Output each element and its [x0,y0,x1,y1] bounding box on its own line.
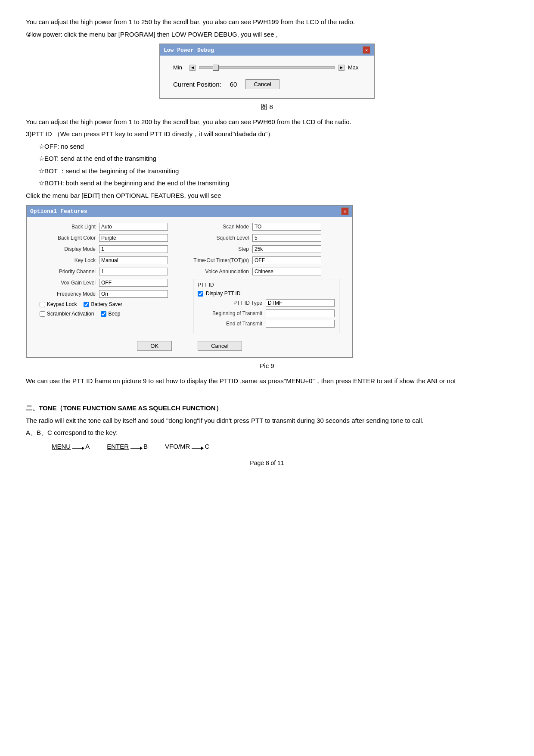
low-power-dialog-container: Low Power Debug ✕ Min ◄ ► Max Current Po… [26,44,508,99]
pic9-label: Pic 9 [26,361,508,371]
ptt-id-type-label: PTT ID Type [198,300,262,306]
ptt-id-section: PTT ID Display PTT ID PTT ID Type Beginn… [193,279,339,333]
opt-ok-button[interactable]: OK [137,341,172,351]
a-label: A [85,443,90,450]
slider-left-arrow[interactable]: ◄ [189,65,196,71]
frequency-mode-label: Frequency Mode [40,291,96,297]
paragraph-6: We can use the PTT ID frame on picture 9… [26,376,508,386]
checkbox-row-2: Scrambler Activation Beep [40,311,184,317]
beginning-transmit-input[interactable] [266,309,335,317]
ptt-item-both: ☆BOTH: both send at the beginning and th… [39,178,508,188]
low-power-cancel-button[interactable]: Cancel [245,79,279,89]
slider-track[interactable] [199,66,335,69]
low-power-title: Low Power Debug [164,47,214,53]
scan-mode-input[interactable] [252,223,321,231]
optional-features-dialog: Optional Features ✕ Back Light Back Ligh… [26,205,353,358]
beep-checkbox-item: Beep [101,311,120,317]
vox-gain-row: Vox Gain Level [40,279,184,287]
b-label: B [143,443,148,450]
optional-features-dialog-container: Optional Features ✕ Back Light Back Ligh… [26,205,508,358]
paragraph-3: You can adjust the high power from 1 to … [26,117,508,127]
slider-row: Min ◄ ► Max [173,64,361,71]
squelch-level-row: Squelch Level [193,234,339,242]
display-mode-label: Display Mode [40,246,96,252]
min-label: Min [173,64,186,71]
back-light-color-label: Back Light Color [40,235,96,241]
opt-left-column: Back Light Back Light Color Display Mode… [35,223,189,337]
opt-dialog-close-button[interactable]: ✕ [341,207,349,215]
priority-channel-row: Priority Channel [40,268,184,275]
battery-saver-checkbox[interactable] [84,302,89,307]
opt-dialog-body: Back Light Back Light Color Display Mode… [27,217,352,357]
timeout-timer-input[interactable] [252,256,321,264]
menu-label: MENU [52,443,71,450]
squelch-level-input[interactable] [252,234,321,242]
low-power-title-bar: Low Power Debug ✕ [160,44,374,56]
display-pttid-row: Display PTT ID [198,291,335,297]
step-row: Step [193,245,339,253]
display-mode-input[interactable] [99,245,168,253]
battery-saver-label: Battery Saver [91,301,122,307]
scrambler-activation-label: Scrambler Activation [47,311,94,317]
paragraph-5: Click the menu bar [EDIT] then OPTIONAL … [26,191,508,201]
squelch-level-label: Squelch Level [193,235,249,241]
arrow-3-icon [191,441,204,450]
back-light-label: Back Light [40,224,96,230]
max-label: Max [348,64,361,71]
back-light-color-input[interactable] [99,234,168,242]
key-lock-row: Key Lock [40,256,184,264]
slider-right-arrow[interactable]: ► [338,65,345,71]
svg-marker-1 [82,447,84,450]
svg-marker-5 [201,447,204,450]
opt-dialog-title-bar: Optional Features ✕ [27,206,352,217]
battery-saver-checkbox-item: Battery Saver [84,301,122,307]
low-power-close-button[interactable]: ✕ [363,46,370,54]
beginning-transmit-label: Beginning of Transmit [198,310,262,316]
opt-cancel-button[interactable]: Cancel [198,341,242,351]
display-pttid-checkbox[interactable] [198,291,203,297]
slider-thumb[interactable] [213,65,219,71]
paragraph-7: The radio will exit the tone call by its… [26,416,508,426]
ptt-item-eot: ☆EOT: send at the end of the transmiting [39,154,508,164]
frequency-mode-row: Frequency Mode [40,290,184,298]
beginning-transmit-row: Beginning of Transmit [198,309,335,317]
display-pttid-label: Display PTT ID [206,291,240,297]
back-light-input[interactable] [99,223,168,231]
vfomr-label: VFO/MR [165,443,190,450]
scrambler-activation-checkbox-item: Scrambler Activation [40,311,94,317]
beep-checkbox[interactable] [101,311,106,317]
scan-mode-label: Scan Mode [193,224,249,230]
vox-gain-input[interactable] [99,279,168,287]
ptt-id-type-input[interactable] [266,299,335,307]
fig-label: 图 8 [26,102,508,112]
menu-row: MENU A ENTER B VFO/MR C [52,441,508,450]
end-transmit-label: End of Transmit [198,321,262,327]
key-lock-input[interactable] [99,256,168,264]
current-position-row: Current Position: 60 Cancel [173,79,361,89]
opt-grid: Back Light Back Light Color Display Mode… [35,223,344,337]
end-transmit-input[interactable] [266,320,335,328]
c-label: C [205,443,209,450]
end-transmit-row: End of Transmit [198,320,335,328]
voice-annunciation-input[interactable] [252,268,321,275]
keypad-lock-checkbox[interactable] [40,302,45,307]
vox-gain-label: Vox Gain Level [40,280,96,286]
timeout-timer-row: Time-Out Timer(TOT)(s) [193,256,339,264]
step-input[interactable] [252,245,321,253]
checkbox-row-1: Keypad Lock Battery Saver [40,301,184,307]
scan-mode-row: Scan Mode [193,223,339,231]
ptt-items-list: ☆OFF: no send ☆EOT: send at the end of t… [39,142,508,188]
paragraph-2: ②low power: click the menu bar [PROGRAM]… [26,30,508,40]
ok-cancel-row: OK Cancel [35,341,344,351]
page-number: Page 8 of 11 [26,459,508,468]
back-light-color-row: Back Light Color [40,234,184,242]
step-label: Step [193,246,249,252]
arrow-2-icon [130,441,143,450]
paragraph-4: 3)PTT ID （We can press PTT key to send P… [26,129,508,139]
voice-annunciation-row: Voice Annunciation [193,268,339,275]
frequency-mode-input[interactable] [99,290,168,298]
key-lock-label: Key Lock [40,257,96,263]
priority-channel-input[interactable] [99,268,168,275]
arrow-1-icon [71,441,84,450]
scrambler-activation-checkbox[interactable] [40,311,45,317]
